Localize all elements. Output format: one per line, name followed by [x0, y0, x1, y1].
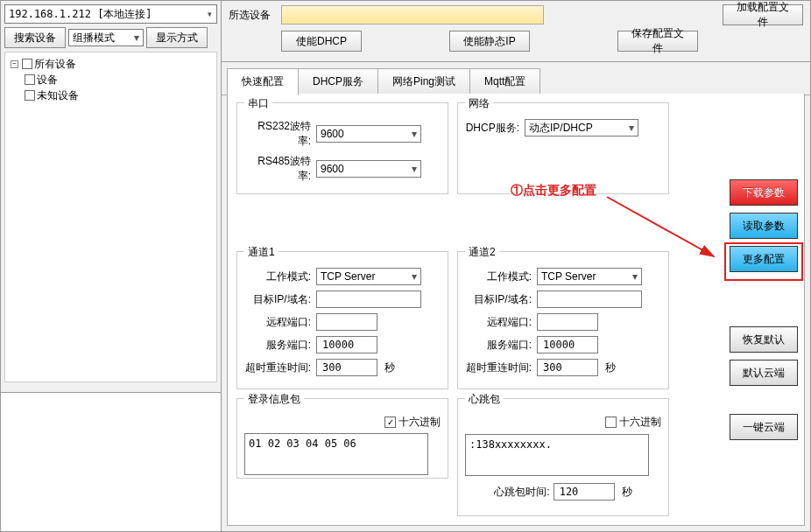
group-login: 登录信息包 ✓ 十六进制 01 02 03 04 05 06 — [236, 398, 448, 479]
enable-static-button[interactable]: 使能静态IP — [449, 31, 530, 52]
group-heartbeat: 心跳包 十六进制 :138xxxxxxxx. 心跳包时间: 秒 — [457, 398, 669, 516]
rs232-label: RS232波特率: — [244, 119, 313, 149]
ch2-ip-label: 目标IP/域名: — [465, 292, 533, 307]
read-params-button[interactable]: 读取参数 — [730, 213, 798, 239]
heartbeat-hex-checkbox[interactable]: 十六进制 — [605, 415, 661, 430]
ch1-mode-value: TCP Server — [321, 270, 375, 283]
ch1-reconn-input[interactable] — [316, 359, 377, 376]
ch2-ip-input[interactable] — [537, 290, 642, 308]
ch1-ip-label: 目标IP/域名: — [244, 292, 313, 307]
ch1-rport-label: 远程端口: — [244, 315, 313, 330]
tree-checkbox[interactable] — [25, 90, 35, 101]
group-serial-legend: 串口 — [244, 96, 272, 111]
group-serial: 串口 RS232波特率: 9600 RS485波特率: 9600 — [236, 102, 448, 194]
selected-device-field — [281, 5, 544, 24]
heartbeat-content-textarea[interactable]: :138xxxxxxxx. — [465, 434, 649, 476]
tree-collapse-icon[interactable]: − — [11, 60, 18, 68]
ch1-mode-label: 工作模式: — [244, 270, 313, 284]
restore-default-button[interactable]: 恢复默认 — [730, 326, 798, 353]
group-channel2: 通道2 工作模式: TCP Server 目标IP/域名: 远程端口: 服 — [457, 251, 669, 389]
heartbeat-interval-unit: 秒 — [622, 485, 632, 500]
default-cloud-button[interactable]: 默认云端 — [730, 360, 798, 386]
rs232-baud-value: 9600 — [321, 128, 344, 140]
tree-label: 未知设备 — [37, 88, 79, 103]
tabs: 快速配置 DHCP服务 网络Ping测试 Mqtt配置 — [222, 62, 810, 95]
ch1-rport-input[interactable] — [316, 313, 377, 331]
login-hex-label: 十六进制 — [398, 415, 441, 430]
ch1-reconn-label: 超时重连时间: — [244, 360, 313, 375]
ip-select-value: 192.168.1.212 [本地连接] — [9, 7, 152, 22]
ip-select[interactable]: 192.168.1.212 [本地连接] — [4, 4, 217, 24]
save-config-button[interactable]: 保存配置文件 — [617, 31, 698, 52]
heartbeat-hex-label: 十六进制 — [619, 415, 661, 430]
tree-item-unknown[interactable]: 未知设备 — [11, 88, 211, 103]
tree-label: 所有设备 — [34, 57, 76, 72]
checkbox-icon — [605, 416, 617, 428]
ch1-ip-input[interactable] — [316, 290, 421, 308]
log-panel — [1, 393, 221, 531]
ch1-mode-select[interactable]: TCP Server — [316, 268, 421, 285]
ch1-sport-input[interactable] — [316, 336, 377, 354]
ch2-mode-value: TCP Server — [541, 270, 596, 283]
broadcast-mode-value: 组播模式 — [73, 31, 115, 46]
tab-ping[interactable]: 网络Ping测试 — [377, 68, 470, 95]
device-tree[interactable]: − 所有设备 设备 未知设备 — [4, 52, 217, 382]
rs485-label: RS485波特率: — [244, 154, 313, 184]
ch2-mode-label: 工作模式: — [465, 270, 533, 284]
dhcp-value: 动态IP/DHCP — [529, 121, 593, 136]
tab-quick[interactable]: 快速配置 — [227, 68, 299, 95]
group-heartbeat-legend: 心跳包 — [465, 392, 504, 407]
dhcp-select[interactable]: 动态IP/DHCP — [525, 119, 638, 136]
group-login-legend: 登录信息包 — [244, 392, 304, 407]
group-ch1-legend: 通道1 — [244, 245, 279, 260]
download-params-button[interactable]: 下载参数 — [730, 179, 798, 206]
group-channel1: 通道1 工作模式: TCP Server 目标IP/域名: 远程端口: 服 — [236, 251, 448, 389]
ch1-sport-label: 服务端口: — [244, 338, 313, 353]
ch2-sport-input[interactable] — [537, 336, 598, 354]
group-network: 网络 DHCP服务: 动态IP/DHCP — [457, 102, 669, 194]
ch2-mode-select[interactable]: TCP Server — [537, 268, 642, 285]
checkbox-icon: ✓ — [384, 416, 396, 428]
top-bar: 所选设备 加载配置文件 使能DHCP 使能静态IP 保存配置文件 — [222, 1, 810, 62]
rs485-baud-select[interactable]: 9600 — [316, 160, 421, 178]
group-network-legend: 网络 — [465, 96, 493, 111]
selected-device-label: 所选设备 — [229, 8, 271, 23]
tree-label: 设备 — [37, 73, 58, 88]
search-devices-button[interactable]: 搜索设备 — [4, 27, 66, 48]
dhcp-label: DHCP服务: — [465, 121, 521, 136]
login-content-textarea[interactable]: 01 02 03 04 05 06 — [244, 433, 428, 475]
broadcast-mode-select[interactable]: 组播模式 — [68, 29, 144, 46]
more-config-button[interactable]: 更多配置 — [730, 246, 798, 272]
tab-content: 串口 RS232波特率: 9600 RS485波特率: 9600 网络 DHCP… — [227, 94, 805, 526]
enable-dhcp-button[interactable]: 使能DHCP — [281, 31, 362, 52]
ch2-rport-input[interactable] — [537, 313, 598, 331]
display-mode-button[interactable]: 显示方式 — [146, 27, 208, 48]
ch2-reconn-unit: 秒 — [605, 360, 616, 375]
ch2-rport-label: 远程端口: — [465, 315, 533, 330]
ch2-sport-label: 服务端口: — [465, 338, 533, 353]
group-ch2-legend: 通道2 — [465, 245, 499, 260]
tree-item-all[interactable]: − 所有设备 — [11, 56, 211, 72]
ch2-reconn-label: 超时重连时间: — [465, 360, 533, 375]
tree-checkbox[interactable] — [25, 74, 35, 85]
tab-mqtt[interactable]: Mqtt配置 — [469, 68, 540, 95]
tree-checkbox[interactable] — [22, 59, 32, 69]
rs232-baud-select[interactable]: 9600 — [316, 125, 421, 143]
load-config-button[interactable]: 加载配置文件 — [723, 4, 803, 25]
ch1-reconn-unit: 秒 — [384, 360, 395, 375]
ch2-reconn-input[interactable] — [537, 359, 598, 376]
side-buttons: 下载参数 读取参数 更多配置 恢复默认 默认云端 一键云端 — [730, 179, 798, 440]
tab-dhcp[interactable]: DHCP服务 — [298, 68, 378, 95]
tree-item-dev[interactable]: 设备 — [11, 72, 211, 88]
rs485-baud-value: 9600 — [321, 163, 344, 175]
heartbeat-interval-input[interactable] — [554, 483, 615, 500]
heartbeat-interval-label: 心跳包时间: — [494, 485, 549, 500]
one-click-cloud-button[interactable]: 一键云端 — [730, 414, 798, 440]
login-hex-checkbox[interactable]: ✓ 十六进制 — [384, 415, 441, 430]
